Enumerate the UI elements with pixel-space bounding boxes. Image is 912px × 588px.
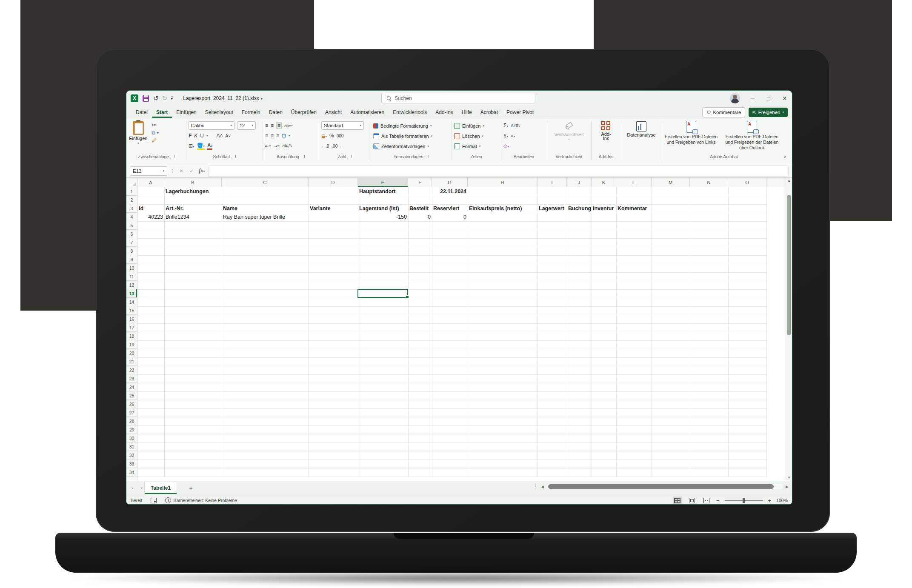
create-pdf-share-links-button[interactable]: Erstellen von PDF-Dateien und Freigeben … xyxy=(664,121,718,151)
cell-E1[interactable]: Hauptstandort xyxy=(358,187,408,196)
underline-button[interactable]: U xyxy=(200,133,204,139)
column-header-B[interactable]: B xyxy=(164,178,222,187)
cell-G1[interactable]: 22.11.2024 xyxy=(432,187,468,196)
sort-filter-button[interactable]: Az∇▾ xyxy=(511,123,520,128)
row-header-9[interactable]: 9 xyxy=(126,255,137,264)
zoom-out-button[interactable]: − xyxy=(716,497,720,504)
font-name-select[interactable]: Calibri▾ xyxy=(189,121,234,130)
font-size-select[interactable]: 12▾ xyxy=(237,121,256,130)
column-header-J[interactable]: J xyxy=(567,178,592,187)
paste-button[interactable]: Einfügen▾ xyxy=(129,121,147,145)
row-header-10[interactable]: 10 xyxy=(126,264,137,272)
confirm-entry-icon[interactable]: ✓ xyxy=(188,168,195,174)
delete-cells-button[interactable]: Löschen▾ xyxy=(454,132,498,140)
cell-A3[interactable]: Id xyxy=(137,204,164,213)
wrap-text-button[interactable]: ab↩ xyxy=(284,123,293,128)
select-all-corner[interactable] xyxy=(126,178,137,187)
row-header-20[interactable]: 20 xyxy=(126,349,137,357)
underline-dropdown[interactable]: ▾ xyxy=(206,134,208,137)
row-header-31[interactable]: 31 xyxy=(126,442,137,451)
cell-B3[interactable]: Art.-Nr. xyxy=(164,204,222,213)
column-header-N[interactable]: N xyxy=(690,178,728,187)
name-box-splitter[interactable]: ⋮ xyxy=(170,168,175,174)
row-header-28[interactable]: 28 xyxy=(126,417,137,425)
column-header-E[interactable]: E xyxy=(358,178,408,187)
row-header-21[interactable]: 21 xyxy=(126,357,137,366)
insert-cells-button[interactable]: Einfügen▾ xyxy=(454,122,498,130)
row-header-25[interactable]: 25 xyxy=(126,391,137,400)
ribbon-tab-einf-gen[interactable]: Einfügen xyxy=(172,107,200,118)
row-header-32[interactable]: 32 xyxy=(126,451,137,460)
accounting-format-button[interactable]: ⬓▾ xyxy=(321,134,327,138)
merge-center-button[interactable]: ⊟ xyxy=(282,133,286,139)
column-header-F[interactable]: F xyxy=(408,178,432,187)
row-header-7[interactable]: 7 xyxy=(126,238,137,247)
user-avatar[interactable] xyxy=(730,93,740,103)
insert-function-button[interactable]: fx▾ xyxy=(198,168,206,174)
column-headers[interactable]: ABCDEFGHIJKLMNO xyxy=(126,178,786,188)
row-header-5[interactable]: 5 xyxy=(126,221,137,230)
formula-input[interactable] xyxy=(208,166,789,177)
cell-styles-button[interactable]: Zellenformatvorlagen▾ xyxy=(373,142,449,150)
column-header-L[interactable]: L xyxy=(616,178,652,187)
decrease-indent-button[interactable]: ⇤≡ xyxy=(265,144,271,148)
cell-J3[interactable]: Buchung xyxy=(567,204,592,213)
redo-button[interactable]: ↻▾ xyxy=(162,94,167,102)
cell-H3[interactable]: Einkaufspreis (netto) xyxy=(468,204,537,213)
cell-K3[interactable]: Inventur xyxy=(592,204,616,213)
zoom-slider-thumb[interactable] xyxy=(743,498,745,503)
row-header-30[interactable]: 30 xyxy=(126,434,137,442)
column-header-I[interactable]: I xyxy=(537,178,567,187)
close-button[interactable]: ✕ xyxy=(781,95,789,102)
row-header-29[interactable]: 29 xyxy=(126,425,137,434)
increase-decimal-button[interactable]: ←.0 xyxy=(321,144,329,148)
cell-F3[interactable]: Bestellt xyxy=(408,204,432,213)
percent-button[interactable]: % xyxy=(329,133,334,139)
column-header-H[interactable]: H xyxy=(468,178,537,187)
vertical-scroll-thumb[interactable] xyxy=(787,195,791,335)
row-header-23[interactable]: 23 xyxy=(126,374,137,383)
cell-B4[interactable]: Brille1234 xyxy=(164,213,222,221)
horizontal-scroll-thumb[interactable] xyxy=(548,484,774,489)
comments-button[interactable]: 🗨 Kommentare xyxy=(702,107,745,117)
zoom-in-button[interactable]: + xyxy=(768,497,772,504)
ribbon-tab-entwicklertools[interactable]: Entwicklertools xyxy=(389,107,431,118)
search-input[interactable]: Suchen xyxy=(381,93,535,103)
zoom-level[interactable]: 100% xyxy=(776,498,788,503)
cancel-entry-icon[interactable]: ✕ xyxy=(177,168,185,174)
sheet-cells[interactable]: LagerbuchungenHauptstandort22.11.2024IdA… xyxy=(137,187,786,481)
row-header-27[interactable]: 27 xyxy=(126,408,137,417)
ribbon-tab-start[interactable]: Start xyxy=(152,107,172,118)
cell-A4[interactable]: 40223 xyxy=(137,213,164,221)
row-header-1[interactable]: 1 xyxy=(126,187,137,196)
row-header-24[interactable]: 24 xyxy=(126,383,137,391)
cell-C4[interactable]: Ray Ban super tuper Brille xyxy=(222,213,309,221)
row-header-19[interactable]: 19 xyxy=(126,340,137,349)
addins-button[interactable]: Add- Ins xyxy=(594,119,618,141)
column-header-A[interactable]: A xyxy=(137,178,164,187)
excel-app-icon[interactable] xyxy=(131,94,138,102)
align-right-button[interactable]: ≡ xyxy=(276,133,279,139)
scroll-up-arrow[interactable]: ▲ xyxy=(786,178,792,184)
row-header-13[interactable]: 13 xyxy=(126,289,137,298)
row-header-16[interactable]: 16 xyxy=(126,315,137,323)
decrease-decimal-button[interactable]: .00→ xyxy=(332,144,342,148)
row-header-18[interactable]: 18 xyxy=(126,332,137,340)
cell-C3[interactable]: Name xyxy=(222,204,309,213)
clipboard-dialog-launcher[interactable] xyxy=(171,155,174,158)
copy-button[interactable]: ⧉ ▾ xyxy=(152,130,159,136)
zoom-slider[interactable] xyxy=(725,500,763,501)
number-dialog-launcher[interactable] xyxy=(348,155,352,158)
undo-button[interactable]: ↺▾ xyxy=(153,94,158,102)
ribbon-tab-acrobat[interactable]: Acrobat xyxy=(476,107,502,118)
fill-button[interactable]: ⊻▾ xyxy=(503,134,508,138)
ribbon-tab-power-pivot[interactable]: Power Pivot xyxy=(502,107,538,118)
add-sheet-button[interactable]: + xyxy=(177,484,193,491)
column-header-D[interactable]: D xyxy=(309,178,358,187)
cell-G4[interactable]: 0 xyxy=(432,213,468,221)
column-header-O[interactable]: O xyxy=(728,178,766,187)
increase-font-button[interactable]: A˄ xyxy=(217,133,223,139)
selected-cell-E13[interactable] xyxy=(357,289,408,298)
sheet-nav-prev[interactable]: ‹ xyxy=(128,485,137,491)
row-header-26[interactable]: 26 xyxy=(126,400,137,408)
